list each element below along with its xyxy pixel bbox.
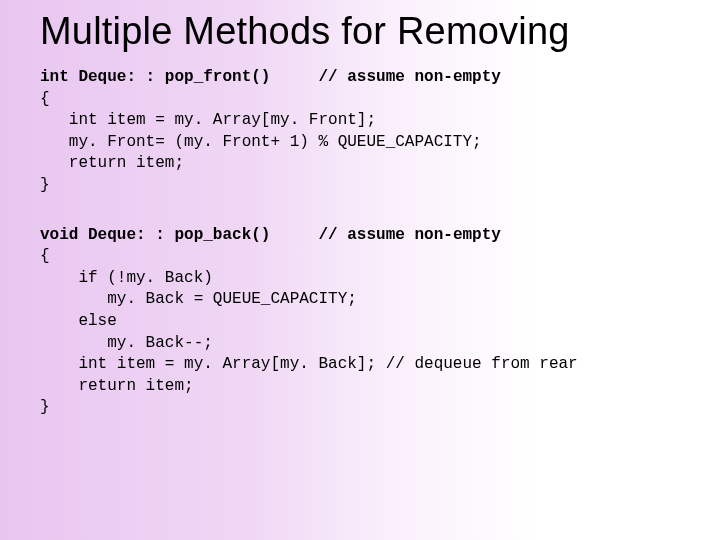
comment-pop-front: // assume non-empty	[318, 68, 500, 86]
signature-pop-front: int Deque: : pop_front()	[40, 68, 270, 86]
code-block-pop-back: void Deque: : pop_back() // assume non-e…	[40, 225, 690, 419]
code-line: }	[40, 398, 50, 416]
code-line: int item = my. Array[my. Front];	[40, 111, 376, 129]
code-line: my. Back--;	[40, 334, 213, 352]
code-block-pop-front: int Deque: : pop_front() // assume non-e…	[40, 67, 690, 197]
comment-pop-back: // assume non-empty	[318, 226, 500, 244]
code-line: if (!my. Back)	[40, 269, 213, 287]
code-line: {	[40, 247, 50, 265]
code-line: int item = my. Array[my. Back]; // deque…	[40, 355, 578, 373]
code-line: else	[40, 312, 117, 330]
code-line: my. Front= (my. Front+ 1) % QUEUE_CAPACI…	[40, 133, 482, 151]
code-line: my. Back = QUEUE_CAPACITY;	[40, 290, 357, 308]
slide-title: Multiple Methods for Removing	[40, 10, 690, 53]
signature-pop-back: void Deque: : pop_back()	[40, 226, 270, 244]
code-line: }	[40, 176, 50, 194]
code-line: {	[40, 90, 50, 108]
slide: Multiple Methods for Removing int Deque:…	[0, 0, 720, 540]
code-line: return item;	[40, 377, 194, 395]
code-line: return item;	[40, 154, 184, 172]
